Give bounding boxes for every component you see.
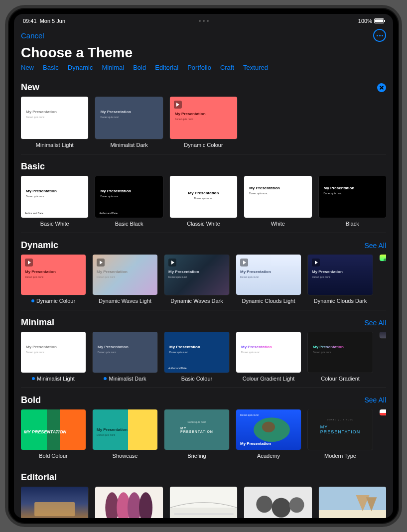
theme-basic-colour[interactable]: My Presentation Donec quis nunc Author a…	[164, 332, 229, 381]
category-tabs: New Basic Dynamic Minimal Bold Editorial…	[14, 64, 393, 76]
theme-peek[interactable]	[380, 409, 386, 459]
theme-dynamic-waves-light[interactable]: My Presentation Donec quis nunc Dynamic …	[93, 255, 157, 304]
see-all-dynamic[interactable]: See All	[364, 242, 386, 250]
tab-bold[interactable]: Bold	[133, 64, 146, 71]
theme-colour-gradient[interactable]: My Presentation Donec quis nunc Colour G…	[308, 332, 373, 381]
theme-modern-type[interactable]: DONEC QUIS NUNC MY PRESENTATION Modern T…	[308, 409, 373, 459]
section-heading-editorial: Editorial	[21, 472, 57, 483]
theme-white[interactable]: My Presentation Donec quis nunc White	[244, 176, 311, 227]
svg-point-9	[272, 498, 291, 518]
theme-minimalist-dark[interactable]: My Presentation Donec quis nunc Minimali…	[95, 97, 162, 148]
section-heading-bold: Bold	[21, 395, 41, 405]
theme-dynamic-waves-dark[interactable]: My Presentation Donec quis nunc Dynamic …	[164, 255, 229, 304]
theme-minimalist-light[interactable]: My Presentation Donec quis nunc Minimali…	[21, 97, 88, 148]
play-icon	[168, 259, 176, 266]
play-icon	[312, 259, 320, 266]
theme-basic-black[interactable]: My Presentation Donec quis nunc Author a…	[95, 176, 162, 227]
tab-dynamic[interactable]: Dynamic	[68, 64, 93, 71]
tab-new[interactable]: New	[21, 64, 34, 71]
tab-basic[interactable]: Basic	[43, 64, 59, 71]
tab-portfolio[interactable]: Portfolio	[187, 64, 211, 71]
see-all-minimal[interactable]: See All	[364, 319, 386, 327]
theme-minimalist-light-2[interactable]: My Presentation Donec quis nunc Minimali…	[21, 332, 86, 381]
new-dot-icon	[32, 377, 35, 380]
theme-peek[interactable]	[380, 332, 386, 381]
more-button[interactable]	[373, 29, 386, 42]
svg-point-3	[106, 492, 119, 518]
play-icon	[384, 259, 386, 261]
tab-minimal[interactable]: Minimal	[102, 64, 124, 71]
svg-rect-2	[34, 502, 75, 516]
new-dot-icon	[104, 377, 107, 380]
tab-craft[interactable]: Craft	[220, 64, 234, 71]
section-heading-basic: Basic	[21, 161, 45, 172]
theme-cream-paper[interactable]: MY PRESENTATION Cream Paper	[319, 487, 386, 518]
svg-point-10	[289, 497, 304, 513]
theme-editorial[interactable]: My Presentation Editorial	[244, 487, 311, 518]
theme-dynamic-colour-new[interactable]: My Presentation Donec quis nunc Dynamic …	[170, 97, 237, 148]
cancel-button[interactable]: Cancel	[21, 31, 44, 40]
new-dot-icon	[31, 299, 34, 302]
theme-black[interactable]: My Presentation Donec quis nunc Black	[319, 176, 386, 227]
svg-point-6	[139, 492, 152, 518]
tab-editorial[interactable]: Editorial	[155, 64, 178, 71]
theme-briefing[interactable]: Donec quis nunc MY PRESENTATION Briefing	[164, 409, 229, 459]
theme-bold-colour[interactable]: MY PRESENTATION Bold Colour	[21, 409, 86, 459]
theme-dynamic-clouds-light[interactable]: My Presentation Donec quis nunc Dynamic …	[236, 255, 301, 304]
theme-feature-story[interactable]: My Presentation Feature Story	[21, 487, 88, 518]
theme-peek[interactable]	[380, 255, 386, 304]
theme-academy[interactable]: Donec quis nunc My Presentation Academy	[236, 409, 301, 459]
theme-basic-white[interactable]: My Presentation Donec quis nunc Author a…	[21, 176, 88, 227]
tab-textured[interactable]: Textured	[243, 64, 268, 71]
svg-point-8	[257, 496, 272, 513]
section-heading-dynamic: Dynamic	[21, 240, 58, 251]
theme-dynamic-clouds-dark[interactable]: My Presentation Donec quis nunc Dynamic …	[308, 255, 373, 304]
svg-point-5	[128, 492, 141, 518]
theme-look-book[interactable]: Look Book	[95, 487, 162, 518]
theme-dynamic-colour[interactable]: My Presentation Donec quis nunc Dynamic …	[21, 255, 86, 304]
theme-classic-white[interactable]: My Presentation Donec quis nunc Classic …	[170, 176, 237, 227]
play-icon	[240, 259, 248, 266]
svg-point-1	[262, 421, 275, 432]
section-heading-minimal: Minimal	[21, 317, 54, 328]
theme-minimalist-dark-2[interactable]: My Presentation Donec quis nunc Minimali…	[93, 332, 157, 381]
play-icon	[174, 101, 182, 109]
home-indicator[interactable]	[174, 513, 234, 515]
theme-showcase[interactable]: My Presentation Donec quis nunc Showcase	[93, 409, 157, 459]
play-icon	[97, 259, 105, 266]
status-bar: 09:41 Mon 5 Jun 100%	[14, 14, 393, 25]
see-all-bold[interactable]: See All	[364, 396, 386, 404]
theme-colour-gradient-light[interactable]: My Presentation Donec quis nunc Colour G…	[236, 332, 301, 381]
dismiss-new-icon[interactable]	[377, 83, 386, 92]
play-icon	[25, 259, 33, 266]
page-title: Choose a Theme	[14, 43, 393, 64]
section-heading-new: New	[21, 82, 39, 93]
